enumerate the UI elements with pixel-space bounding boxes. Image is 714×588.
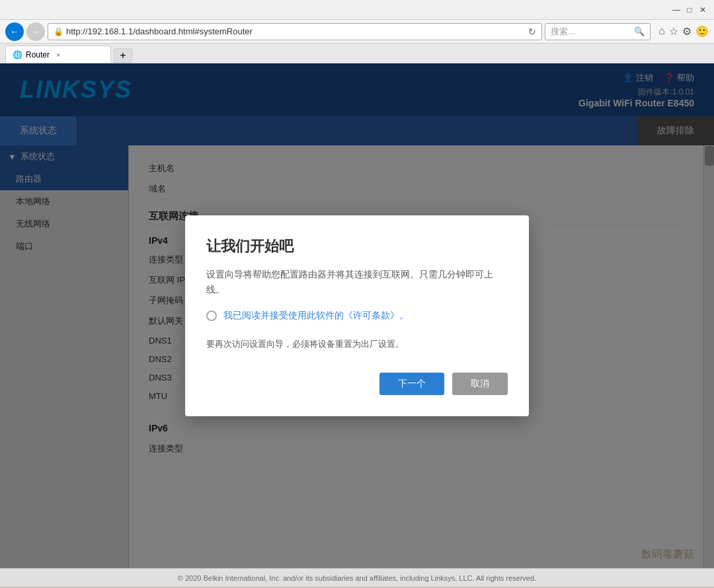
tab-title: Router xyxy=(26,50,50,59)
license-radio[interactable] xyxy=(206,311,217,321)
search-icon: 🔍 xyxy=(634,26,645,36)
browser-toolbar: ← → 🔒 http://192.168.1.1/dashboard.html#… xyxy=(0,20,714,44)
settings-icon[interactable]: ⚙ xyxy=(682,25,692,38)
home-icon[interactable]: ⌂ xyxy=(658,25,665,38)
address-bar[interactable]: 🔒 http://192.168.1.1/dashboard.html#syst… xyxy=(48,23,542,40)
search-placeholder: 搜索... xyxy=(551,26,634,38)
modal-description: 设置向导将帮助您配置路由器并将其连接到互联网。只需几分钟即可上线。 xyxy=(206,267,508,297)
license-text[interactable]: 我已阅读并接受使用此软件的《许可条款》。 xyxy=(223,310,409,322)
modal-overlay: 让我们开始吧 设置向导将帮助您配置路由器并将其连接到互联网。只需几分钟即可上线。… xyxy=(0,63,714,568)
refresh-icon[interactable]: ↻ xyxy=(528,26,536,37)
active-tab[interactable]: 🌐 Router × xyxy=(5,46,111,63)
forward-button[interactable]: → xyxy=(26,22,45,41)
page: LINKSYS 👤 注销 ❓ 帮助 固件版本:1.0.01 Gigabit Wi… xyxy=(0,63,714,568)
tab-close-button[interactable]: × xyxy=(56,51,60,59)
maximize-button[interactable]: □ xyxy=(684,4,695,16)
footer: © 2020 Belkin International, Inc. and/or… xyxy=(0,568,714,587)
close-button[interactable]: ✕ xyxy=(697,4,709,16)
license-agreement[interactable]: 我已阅读并接受使用此软件的《许可条款》。 xyxy=(206,310,508,322)
tab-bar: 🌐 Router × + xyxy=(0,44,714,63)
emoji-icon[interactable]: 🙂 xyxy=(695,25,709,38)
setup-modal: 让我们开始吧 设置向导将帮助您配置路由器并将其连接到互联网。只需几分钟即可上线。… xyxy=(185,215,529,416)
tab-favicon: 🌐 xyxy=(13,50,22,59)
modal-note: 要再次访问设置向导，必须将设备重置为出厂设置。 xyxy=(206,338,508,351)
modal-title: 让我们开始吧 xyxy=(206,237,508,256)
back-button[interactable]: ← xyxy=(5,22,24,41)
browser-titlebar: — □ ✕ xyxy=(0,0,714,20)
new-tab-button[interactable]: + xyxy=(114,48,132,63)
modal-buttons: 下一个 取消 xyxy=(206,373,508,395)
next-button[interactable]: 下一个 xyxy=(379,373,444,395)
footer-text: © 2020 Belkin International, Inc. and/or… xyxy=(178,574,536,582)
url-text: http://192.168.1.1/dashboard.html#system… xyxy=(66,26,528,36)
cancel-button[interactable]: 取消 xyxy=(452,373,508,395)
favorite-icon[interactable]: ☆ xyxy=(669,25,678,38)
minimize-button[interactable]: — xyxy=(670,4,682,16)
search-bar[interactable]: 搜索... 🔍 xyxy=(545,23,651,40)
